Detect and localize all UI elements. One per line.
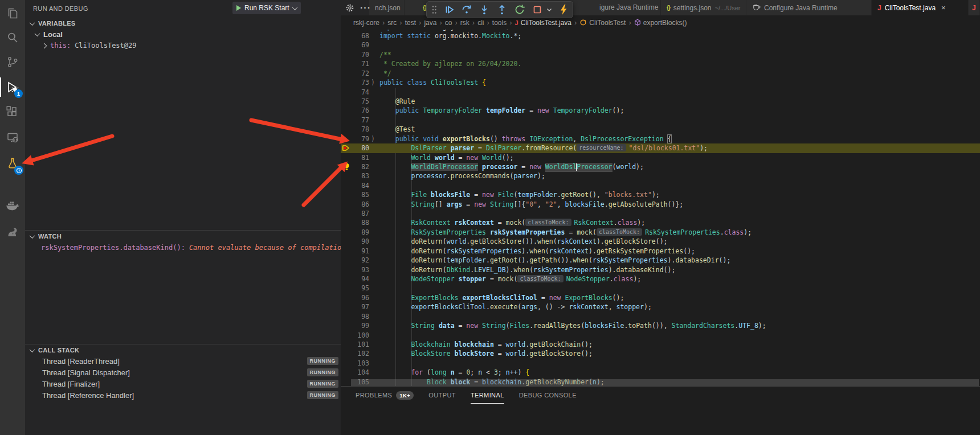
fold-icon[interactable]: ) xyxy=(371,134,375,143)
code-text: Blockchain blockchain = world.getBlockCh… xyxy=(379,340,593,348)
line-number[interactable]: 99 xyxy=(341,321,369,330)
panel-tab-debug-console[interactable]: DEBUG CONSOLE xyxy=(519,387,577,404)
testing-flask-icon[interactable] xyxy=(0,151,25,175)
hot-code-replace-icon[interactable] xyxy=(559,4,568,15)
variable-name: this: xyxy=(50,42,71,50)
line-number[interactable]: 88 xyxy=(341,218,369,227)
step-into-icon[interactable] xyxy=(479,4,490,15)
settings-gear-icon[interactable] xyxy=(345,0,354,15)
stop-icon[interactable] xyxy=(532,4,543,15)
line-number[interactable]: 92 xyxy=(341,256,369,265)
breadcrumb-separator: › xyxy=(419,18,421,27)
panel-tab-problems[interactable]: PROBLEMS1K+ xyxy=(356,387,414,404)
line-number[interactable]: 80 xyxy=(341,143,369,153)
code-editor[interactable]: 67import static org.junit.Assert.*;68imp… xyxy=(341,30,980,386)
tab-partial-java[interactable]: J xyxy=(969,0,980,15)
horizontal-scrollbar[interactable] xyxy=(351,379,979,386)
line-number[interactable]: 93 xyxy=(341,265,369,274)
line-number[interactable]: 95 xyxy=(341,284,369,293)
line-number[interactable]: 89 xyxy=(341,228,369,237)
variables-pane-header[interactable]: VARIABLES xyxy=(25,18,341,29)
line-number[interactable]: 83 xyxy=(341,171,369,180)
variable-this-row[interactable]: this: CliToolsTest@29 xyxy=(42,42,137,50)
docker-icon[interactable] xyxy=(0,194,25,217)
start-debugging-icon[interactable] xyxy=(236,5,241,11)
line-number[interactable]: 91 xyxy=(341,247,369,256)
breadcrumb-item[interactable]: tools xyxy=(492,19,507,27)
line-number[interactable]: 73 xyxy=(341,78,369,87)
gradle-icon[interactable] xyxy=(0,220,25,244)
breadcrumb-item[interactable]: test xyxy=(405,19,416,27)
call-stack-pane-header[interactable]: CALL STACK xyxy=(25,344,341,356)
watch-expression-row[interactable]: rskSystemProperties.databaseKind(): Cann… xyxy=(41,244,341,252)
tab-settings-json[interactable]: {} settings.json ~/.../User xyxy=(661,0,746,15)
line-number[interactable]: 96 xyxy=(341,293,369,302)
breadcrumb-class[interactable]: CliToolsTest xyxy=(589,19,626,27)
code-text: * Created by ajlopez on 26/04/2020. xyxy=(379,60,521,68)
fold-icon[interactable]: ) xyxy=(371,78,375,87)
line-number[interactable]: 78 xyxy=(341,125,369,134)
line-number[interactable]: 79 xyxy=(341,134,369,143)
continue-icon[interactable] xyxy=(443,4,455,15)
line-number[interactable]: 102 xyxy=(341,349,369,358)
line-number[interactable]: 90 xyxy=(341,237,369,246)
extensions-icon[interactable] xyxy=(0,100,25,124)
breadcrumb-item[interactable]: co xyxy=(445,19,452,27)
line-number[interactable]: 77 xyxy=(341,116,369,125)
line-number[interactable]: 74 xyxy=(341,88,369,97)
line-number[interactable]: 86 xyxy=(341,200,369,209)
tab-clitoolstest-java[interactable]: J CliToolsTest.java × xyxy=(872,0,969,15)
breadcrumb-item[interactable]: rskj-core xyxy=(353,19,379,27)
breadcrumb-item[interactable]: cli xyxy=(477,19,484,27)
launch-configuration-dropdown[interactable]: Run RSK Start xyxy=(232,2,301,14)
breadcrumb-item[interactable]: java xyxy=(424,19,436,27)
line-number[interactable]: 98 xyxy=(341,312,369,321)
line-number[interactable]: 81 xyxy=(341,153,369,162)
stop-menu-chevron-icon[interactable] xyxy=(546,6,553,13)
line-number[interactable]: 71 xyxy=(341,59,369,68)
run-and-debug-icon[interactable]: 1 xyxy=(0,75,25,99)
call-stack-thread-row[interactable]: Thread [Signal Dispatcher]RUNNING xyxy=(25,367,341,378)
variables-scope-local[interactable]: Local xyxy=(35,30,63,39)
panel-tab-output[interactable]: OUTPUT xyxy=(428,387,456,404)
line-number[interactable]: 97 xyxy=(341,302,369,311)
breadcrumb-item[interactable]: src xyxy=(387,19,397,27)
call-stack-thread-row[interactable]: Thread [Reference Handler]RUNNING xyxy=(25,389,341,401)
line-number[interactable]: 87 xyxy=(341,209,369,218)
line-number[interactable]: 84 xyxy=(341,181,369,190)
breadcrumb-member[interactable]: exportBlocks() xyxy=(643,19,687,27)
explorer-icon[interactable] xyxy=(0,2,25,26)
line-number[interactable]: 70 xyxy=(341,50,369,59)
line-number[interactable]: 68 xyxy=(341,31,369,40)
step-out-icon[interactable] xyxy=(496,4,508,15)
line-number[interactable]: 101 xyxy=(341,340,369,349)
code-text: public void exportBlocks() throws IOExce… xyxy=(379,135,671,143)
line-number[interactable]: 75 xyxy=(341,97,369,106)
close-icon[interactable]: × xyxy=(941,3,946,12)
call-stack-thread-row[interactable]: Thread [ReaderThread]RUNNING xyxy=(25,355,341,367)
code-text: for (long n = 0; n < 3; n++) { xyxy=(379,368,529,376)
breadcrumb-file[interactable]: CliToolsTest.java xyxy=(521,19,571,27)
search-icon[interactable] xyxy=(0,26,25,50)
tab-configure-java-runtime[interactable]: Configure Java Runtime xyxy=(746,0,872,15)
source-control-icon[interactable] xyxy=(0,50,25,74)
breadcrumb-item[interactable]: rsk xyxy=(460,19,469,27)
tab-launch-json[interactable]: nch.json xyxy=(369,0,405,15)
line-number[interactable]: 94 xyxy=(341,274,369,284)
line-number[interactable]: 72 xyxy=(341,69,369,78)
line-number[interactable]: 103 xyxy=(341,359,369,368)
call-stack-thread-row[interactable]: Thread [Finalizer]RUNNING xyxy=(25,378,341,389)
panel-tab-terminal[interactable]: TERMINAL xyxy=(471,387,504,404)
line-number[interactable]: 100 xyxy=(341,331,369,340)
drag-grip-icon[interactable] xyxy=(431,5,437,15)
remote-explorer-icon[interactable] xyxy=(0,125,25,149)
restart-icon[interactable] xyxy=(514,4,525,15)
watch-pane-header[interactable]: WATCH xyxy=(25,230,341,242)
more-actions-icon[interactable]: ··· xyxy=(360,0,371,15)
line-number[interactable]: 104 xyxy=(341,368,369,377)
line-number[interactable]: 85 xyxy=(341,190,369,199)
line-number[interactable]: 76 xyxy=(341,106,369,115)
step-over-icon[interactable] xyxy=(461,4,472,15)
line-number[interactable]: 82 xyxy=(341,162,369,171)
line-number[interactable]: 69 xyxy=(341,40,369,50)
